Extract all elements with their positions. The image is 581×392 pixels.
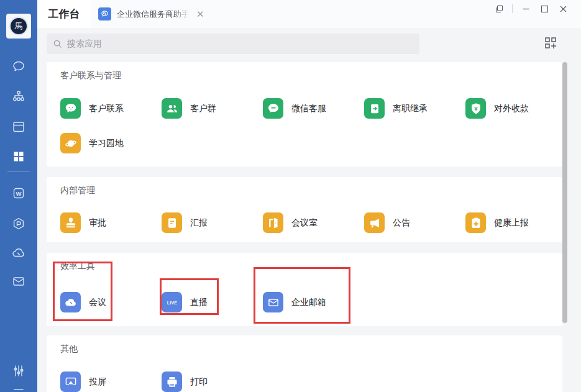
section-customer-management: 客户联系与管理 客户联系 客户群 xyxy=(47,62,562,166)
svg-text:W: W xyxy=(16,190,22,197)
window-controls-divider xyxy=(512,4,513,13)
section-title: 客户联系与管理 xyxy=(60,70,121,81)
section-title: 内部管理 xyxy=(60,185,95,196)
tab-workspace[interactable]: 工作台 xyxy=(37,0,91,28)
section-title: 效率工具 xyxy=(60,261,95,272)
app-label: 健康上报 xyxy=(494,217,529,229)
search-input[interactable]: 搜索应用 xyxy=(47,34,419,54)
stamp-icon xyxy=(60,212,81,233)
app-row: 学习园地 xyxy=(60,133,162,153)
avatar-logo: 馬 xyxy=(9,17,28,35)
contacts-icon[interactable] xyxy=(11,89,26,104)
sidebar: 馬 W xyxy=(0,0,37,392)
grid-add-icon[interactable] xyxy=(544,36,557,50)
search-icon xyxy=(53,39,62,48)
app-label: 审批 xyxy=(89,217,106,229)
app-meeting[interactable]: 会议 xyxy=(60,292,162,312)
chat-bubble-icon xyxy=(60,98,81,119)
app-customer-contact[interactable]: 客户联系 xyxy=(60,98,162,119)
service-chat-icon xyxy=(263,98,283,119)
docs-icon[interactable]: W xyxy=(11,186,26,201)
tab-bar: 工作台 企业微信服务商助手 ✕ xyxy=(37,0,581,28)
meeting-cloud-icon[interactable] xyxy=(11,245,26,260)
live-badge-icon: LIVE xyxy=(162,292,182,312)
search-header: 搜索应用 xyxy=(37,28,581,59)
app-health-report[interactable]: 健康上报 xyxy=(465,212,567,233)
tab-service-assistant-label: 企业微信服务商助手 xyxy=(117,9,190,20)
mail-icon[interactable] xyxy=(11,274,26,289)
service-assistant-icon xyxy=(98,7,111,21)
tab-service-assistant[interactable]: 企业微信服务商助手 ✕ xyxy=(91,0,213,28)
svg-text:LIVE: LIVE xyxy=(167,300,177,304)
section-title: 其他 xyxy=(60,344,78,355)
tab-close-icon[interactable]: ✕ xyxy=(196,9,204,19)
report-doc-icon xyxy=(162,212,182,233)
envelope-icon xyxy=(263,292,283,312)
overlap-windows-icon[interactable] xyxy=(490,1,508,17)
app-corp-email[interactable]: 企业邮箱 xyxy=(263,292,364,312)
app-approval[interactable]: 审批 xyxy=(60,212,162,233)
sidebar-divider xyxy=(7,171,30,172)
screen-cast-icon xyxy=(60,371,81,392)
app-label: 客户联系 xyxy=(89,103,124,114)
document-transfer-icon xyxy=(364,98,385,119)
svg-text:¥: ¥ xyxy=(474,104,478,111)
users-icon xyxy=(162,98,182,119)
window-controls xyxy=(490,0,572,17)
app-label: 打印 xyxy=(190,376,208,388)
chat-icon[interactable] xyxy=(11,60,26,75)
app-row: 审批 汇报 会议室 xyxy=(60,212,567,233)
app-label: 微信客服 xyxy=(291,103,326,114)
workspace-icon[interactable] xyxy=(11,149,26,164)
drive-icon[interactable] xyxy=(11,216,26,231)
app-label: 公告 xyxy=(393,217,410,229)
app-report[interactable]: 汇报 xyxy=(162,212,263,233)
scrollbar-thumb[interactable] xyxy=(562,62,567,323)
maximize-icon[interactable] xyxy=(535,1,554,17)
search-placeholder: 搜索应用 xyxy=(67,39,102,50)
printer-icon xyxy=(162,371,182,392)
app-announcement[interactable]: 公告 xyxy=(364,212,465,233)
app-external-payment[interactable]: ¥ 对外收款 xyxy=(465,98,567,119)
tab-workspace-label: 工作台 xyxy=(48,7,80,21)
section-efficiency-tools: 效率工具 会议 LIVE 直播 xyxy=(47,253,562,326)
app-label: 会议 xyxy=(89,297,106,308)
app-screen-cast[interactable]: 投屏 xyxy=(60,371,162,392)
app-customer-group[interactable]: 客户群 xyxy=(162,98,263,119)
app-label: 学习园地 xyxy=(89,138,124,149)
app-row: 客户联系 客户群 微信客服 xyxy=(60,98,567,119)
calendar-icon[interactable] xyxy=(11,119,26,134)
app-label: 直播 xyxy=(190,297,208,308)
minimize-icon[interactable] xyxy=(516,1,535,17)
cloud-phone-icon xyxy=(60,292,81,312)
close-icon[interactable] xyxy=(554,1,572,17)
clipboard-plus-icon xyxy=(465,212,486,233)
app-wechat-customer-service[interactable]: 微信客服 xyxy=(263,98,364,119)
workspace-content: 客户联系与管理 客户联系 客户群 xyxy=(37,59,581,392)
app-label: 汇报 xyxy=(190,217,208,229)
app-learning-center[interactable]: 学习园地 xyxy=(60,133,162,153)
app-label: 会议室 xyxy=(291,217,318,229)
section-internal-management: 内部管理 审批 汇报 xyxy=(47,177,562,242)
door-icon xyxy=(263,212,283,233)
app-label: 客户群 xyxy=(190,103,216,114)
wecom-window: 馬 W xyxy=(0,0,581,392)
app-row: 投屏 打印 xyxy=(60,371,263,392)
section-others: 其他 投屏 打印 xyxy=(47,335,562,392)
app-label: 对外收款 xyxy=(494,103,529,114)
main-area: 工作台 企业微信服务商助手 ✕ xyxy=(37,0,581,392)
megaphone-icon xyxy=(364,212,385,233)
app-label: 企业邮箱 xyxy=(291,297,326,308)
toolbar-settings-icon[interactable] xyxy=(11,363,26,378)
avatar[interactable]: 馬 xyxy=(6,14,31,39)
app-meeting-room[interactable]: 会议室 xyxy=(263,212,364,233)
app-print[interactable]: 打印 xyxy=(162,371,263,392)
app-label: 离职继承 xyxy=(393,103,428,114)
planet-icon xyxy=(60,133,81,153)
more-menu-icon[interactable] xyxy=(11,385,26,392)
app-resignation-inheritance[interactable]: 离职继承 xyxy=(364,98,465,119)
app-row: 会议 LIVE 直播 企业邮箱 xyxy=(60,292,364,312)
app-label: 投屏 xyxy=(89,376,106,388)
app-live[interactable]: LIVE 直播 xyxy=(162,292,263,312)
shield-yen-icon: ¥ xyxy=(465,98,486,119)
